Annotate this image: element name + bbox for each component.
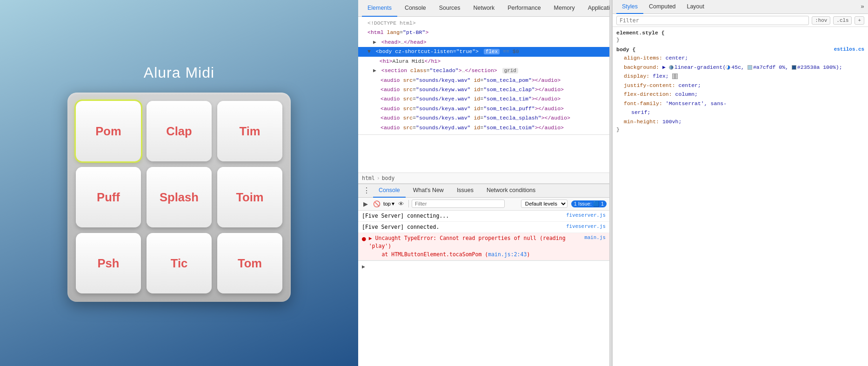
console-msg-2-source[interactable]: fiveserver.js [566, 223, 606, 229]
dom-line[interactable]: ▼ <body cz-shortcut-listen="true"> flex … [358, 47, 609, 56]
tab-network[interactable]: Network [467, 0, 500, 17]
key-btn-psh[interactable]: Psh [76, 233, 141, 293]
devtools-panel: Elements Console Sources Network Perform… [358, 0, 868, 366]
keyboard-grid: PomClapTimPuffSplashToimPshTicTom [76, 101, 282, 293]
console-tab-issues[interactable]: Issues [451, 184, 479, 198]
console-issue-badge: 1 Issue: 🟦 1 [571, 200, 607, 207]
dom-line[interactable]: <audio src="sounds/keye.wav" id="som_tec… [358, 94, 609, 104]
keyboard-container: PomClapTimPuffSplashToimPshTicTom [67, 93, 291, 302]
console-tab-network-conditions[interactable]: Network conditions [481, 184, 541, 198]
dom-line[interactable]: <!DOCTYPE html> [358, 19, 609, 28]
console-top-label: top [383, 201, 391, 206]
style-prop-background: background: ▶ linear-gradient(45c, #a7cf… [616, 63, 864, 72]
console-filter-divider [408, 200, 409, 207]
console-menu-icon[interactable]: ⋮ [362, 186, 371, 195]
styles-tab-bar: Styles Computed Layout » [613, 0, 868, 14]
console-top-selector[interactable]: top ▾ [383, 200, 394, 207]
error-link[interactable]: main.js:2:43 [488, 251, 527, 258]
gradient-swatch [669, 65, 674, 70]
console-msg-1: [Five Server] connecting... fiveserver.j… [358, 211, 609, 222]
console-msg-2-text: [Five Server] connected. [362, 223, 563, 231]
body-style-close: } [616, 126, 864, 133]
dom-line[interactable]: ▶ <section class="teclado">…</section> g… [358, 66, 609, 75]
error-icon: ● [362, 235, 366, 242]
devtools-top-tab-bar: Elements Console Sources Network Perform… [358, 0, 609, 17]
dom-line[interactable]: <audio src="sounds/keyq.wav" id="som_tec… [358, 76, 609, 85]
style-prop-flex-direction: flex-direction: column; [616, 90, 864, 99]
dom-line[interactable]: <h1>Alura Midi</h1> [358, 57, 609, 66]
styles-tab-more[interactable]: » [861, 3, 864, 10]
key-btn-puff[interactable]: Puff [76, 167, 141, 227]
breadcrumb-html[interactable]: html [362, 175, 375, 181]
dom-breadcrumb: html › body [358, 173, 609, 184]
tab-console[interactable]: Console [399, 0, 432, 17]
key-btn-tom[interactable]: Tom [217, 233, 282, 293]
console-msg-error-text: ▶ Uncaught TypeError: Cannot read proper… [369, 234, 581, 259]
console-input-prompt: ▶ [358, 260, 609, 273]
tab-memory[interactable]: Memory [548, 0, 581, 17]
dom-line[interactable]: <audio src="sounds/keyd.wav" id="som_tec… [358, 123, 609, 133]
console-toolbar: ▶ 🚫 top ▾ 👁 Default levels 1 Issue: 🟦 1 [358, 198, 609, 211]
key-btn-tim[interactable]: Tim [217, 101, 282, 161]
console-chevron: ▶ [362, 263, 365, 270]
styles-tab-layout[interactable]: Layout [681, 0, 710, 14]
breadcrumb-body[interactable]: body [382, 175, 395, 181]
style-block-body: body { estilos.cs align-items: center; b… [616, 47, 864, 133]
console-msg-2: [Five Server] connected. fiveserver.js [358, 222, 609, 233]
console-filter-input[interactable] [412, 200, 505, 208]
console-msg-1-source[interactable]: fiveserver.js [566, 212, 606, 218]
styles-tab-styles[interactable]: Styles [616, 0, 643, 14]
body-style-source[interactable]: estilos.cs [834, 47, 864, 52]
app-panel: Alura Midi PomClapTimPuffSplashToimPshTi… [0, 0, 358, 366]
styles-hov-btn[interactable]: :hov [812, 16, 830, 25]
style-prop-align-items: align-items: center; [616, 53, 864, 63]
dom-and-console: <!DOCTYPE html><html lang="pt-BR">▶ <hea… [358, 17, 609, 366]
console-tab-console[interactable]: Console [373, 184, 406, 198]
dom-line[interactable]: <html lang="pt-BR"> [358, 28, 609, 37]
dom-line[interactable]: <audio src="sounds/keyw.wav" id="som_tec… [358, 85, 609, 94]
style-block-element: element.style { } [616, 30, 864, 43]
console-msg-error: ● ▶ Uncaught TypeError: Cannot read prop… [358, 233, 609, 260]
console-level-select[interactable]: Default levels [521, 200, 568, 208]
styles-tab-computed[interactable]: Computed [643, 0, 681, 14]
key-btn-toim[interactable]: Toim [217, 167, 282, 227]
style-prop-font-family-cont: serif; [616, 108, 864, 117]
color-swatch-a7cfdf [748, 65, 752, 70]
dom-content[interactable]: <!DOCTYPE html><html lang="pt-BR">▶ <hea… [358, 17, 609, 135]
key-btn-clap[interactable]: Clap [147, 101, 212, 161]
console-stop-btn[interactable]: 🚫 [372, 199, 381, 208]
styles-filter-input[interactable] [616, 16, 809, 25]
element-style-selector: element.style { [616, 30, 864, 36]
tab-application[interactable]: Application [582, 0, 609, 17]
tab-elements[interactable]: Elements [362, 0, 397, 17]
styles-filter-bar: :hov .cls + [613, 14, 868, 27]
styles-plus-btn[interactable]: + [855, 16, 864, 25]
dom-line[interactable]: <audio src="sounds/keya.wav" id="som_tec… [358, 104, 609, 113]
dom-line[interactable]: <audio src="sounds/keys.wav" id="som_tec… [358, 113, 609, 123]
style-prop-display: display: flex; [616, 72, 864, 81]
body-selector: body { estilos.cs [616, 47, 864, 53]
dom-line[interactable]: ▶ <head>…</head> [358, 38, 609, 47]
console-tab-bar: ⋮ Console What's New Issues Network cond… [358, 184, 609, 198]
console-play-btn[interactable]: ▶ [361, 199, 370, 208]
console-top-arrow: ▾ [392, 200, 394, 207]
console-messages[interactable]: [Five Server] connecting... fiveserver.j… [358, 211, 609, 366]
color-swatch-23538a [792, 65, 796, 70]
element-style-close: } [616, 37, 864, 43]
key-btn-splash[interactable]: Splash [147, 167, 212, 227]
key-btn-pom[interactable]: Pom [76, 101, 141, 161]
styles-cls-btn[interactable]: .cls [833, 16, 852, 25]
tab-performance[interactable]: Performance [502, 0, 546, 17]
dom-wrapper: <!DOCTYPE html><html lang="pt-BR">▶ <hea… [358, 17, 609, 173]
styles-panel: Styles Computed Layout » :hov .cls + ele… [612, 0, 868, 366]
devtools-left: Elements Console Sources Network Perform… [358, 0, 609, 366]
console-msg-error-source[interactable]: main.js [584, 234, 606, 240]
style-prop-font-family: font-family: 'Montserrat', sans- [616, 99, 864, 108]
tab-sources[interactable]: Sources [434, 0, 466, 17]
app-title: Alura Midi [144, 64, 214, 81]
console-tab-whatsnew[interactable]: What's New [407, 184, 449, 198]
key-btn-tic[interactable]: Tic [147, 233, 212, 293]
style-prop-min-height: min-height: 100vh; [616, 117, 864, 126]
console-msg-1-text: [Five Server] connecting... [362, 212, 563, 220]
console-eye-btn[interactable]: 👁 [396, 199, 406, 208]
